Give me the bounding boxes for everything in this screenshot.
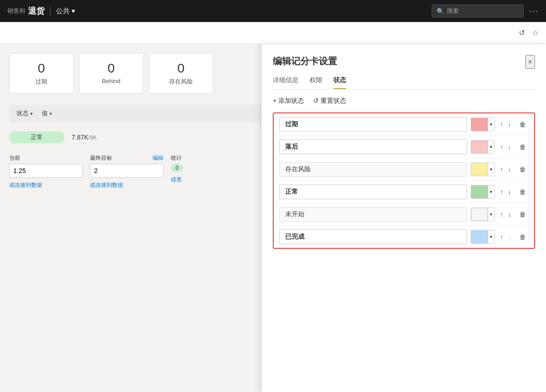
up-button-normal[interactable]: ↑ xyxy=(498,188,505,196)
panel-close-button[interactable]: × xyxy=(525,55,535,69)
topbar-title: 退货 xyxy=(28,6,45,17)
value-filter-button[interactable]: 值 ▾ xyxy=(42,109,52,118)
order-btns-overdue: ↑ ↓ xyxy=(498,120,513,129)
stat-card-behind: 0 Behind xyxy=(79,53,143,94)
color-caret-completed[interactable]: ▾ xyxy=(488,230,494,243)
topbar-right: 🔍 搜索 ··· xyxy=(432,5,539,17)
status-item-behind: 落后 ▾ ↑ ↓ 🗑 xyxy=(274,136,534,158)
more-button[interactable]: ··· xyxy=(529,6,539,16)
status-name-completed[interactable]: 已完成 xyxy=(279,230,467,244)
stat-card-behind-value: 0 xyxy=(90,61,132,76)
search-box[interactable]: 🔍 搜索 xyxy=(432,5,523,17)
color-picker-atrisk[interactable]: ▾ xyxy=(471,162,495,176)
tab-permissions[interactable]: 权限 xyxy=(310,76,322,89)
connect-data-link-2[interactable]: 或连接到数据 xyxy=(90,181,163,189)
color-swatch-behind[interactable] xyxy=(471,140,488,153)
delete-button-notstarted[interactable]: 🗑 xyxy=(517,210,529,219)
down-button-behind[interactable]: ↓ xyxy=(506,143,513,151)
color-swatch-completed[interactable] xyxy=(471,230,488,243)
up-button-overdue[interactable]: ↑ xyxy=(498,120,505,129)
color-swatch-atrisk[interactable] xyxy=(471,163,488,176)
reset-status-button[interactable]: ↺ 重置状态 xyxy=(313,97,346,105)
delete-button-atrisk[interactable]: 🗑 xyxy=(517,165,529,174)
down-button-completed: ↓ xyxy=(506,233,513,241)
subheader: ↺ ☆ xyxy=(0,22,546,44)
down-button-atrisk[interactable]: ↓ xyxy=(506,165,513,174)
progress-bar: 正常 xyxy=(9,131,64,143)
current-input[interactable] xyxy=(9,164,83,178)
status-name-notstarted[interactable]: 未开始 xyxy=(279,207,467,222)
color-swatch-notstarted[interactable] xyxy=(471,208,488,221)
color-picker-behind[interactable]: ▾ xyxy=(471,140,495,154)
color-caret-overdue[interactable]: ▾ xyxy=(488,118,494,131)
topbar-subtitle[interactable]: 公共 ▾ xyxy=(56,7,75,16)
stat-card-atrisk: 0 存在风险 xyxy=(149,53,213,94)
order-btns-completed: ↑ ↓ xyxy=(498,233,513,241)
target-label: 最终目标 编辑 xyxy=(90,154,163,162)
data-value-number: 7.87K xyxy=(72,134,89,141)
color-caret-behind[interactable]: ▾ xyxy=(488,140,494,153)
status-filter-button[interactable]: 状态 ▾ xyxy=(17,109,33,118)
tab-details[interactable]: 详细信息 xyxy=(273,76,298,89)
delete-button-completed[interactable]: 🗑 xyxy=(517,232,529,241)
color-caret-atrisk[interactable]: ▾ xyxy=(488,163,494,176)
tab-status[interactable]: 状态 xyxy=(333,76,346,89)
status-name-behind[interactable]: 落后 xyxy=(279,140,467,154)
color-caret-notstarted[interactable]: ▾ xyxy=(488,208,494,221)
add-status-label: + 添加状态 xyxy=(273,97,304,105)
order-btns-atrisk: ↑ ↓ xyxy=(498,165,513,174)
stat-card-overdue-label: 过期 xyxy=(21,78,62,86)
order-btns-normal: ↑ ↓ xyxy=(498,188,513,196)
stat-link[interactable]: 或查 xyxy=(171,176,183,184)
search-placeholder: 搜索 xyxy=(447,7,459,15)
color-picker-normal[interactable]: ▾ xyxy=(471,185,495,199)
topbar-divider: | xyxy=(49,6,51,17)
status-name-normal[interactable]: 正常 xyxy=(279,185,467,199)
status-item-atrisk: 存在风险 ▾ ↑ ↓ 🗑 xyxy=(274,158,534,181)
refresh-icon[interactable]: ↺ xyxy=(519,28,525,37)
status-item-normal: 正常 ▾ ↑ ↓ 🗑 xyxy=(274,181,534,203)
progress-label: 正常 xyxy=(31,134,43,140)
target-input-group: 最终目标 编辑 或连接到数据 xyxy=(90,154,163,189)
target-input[interactable] xyxy=(90,164,163,178)
action-row: + 添加状态 ↺ 重置状态 xyxy=(273,97,535,105)
stat-group: 统计 0 或查 xyxy=(171,154,183,184)
current-label: 当前 xyxy=(9,154,83,162)
up-button-behind[interactable]: ↑ xyxy=(498,143,505,151)
status-name-atrisk[interactable]: 存在风险 xyxy=(279,162,467,177)
color-picker-notstarted[interactable]: ▾ xyxy=(471,207,495,221)
color-caret-normal[interactable]: ▾ xyxy=(488,185,494,198)
search-icon: 🔍 xyxy=(437,8,444,15)
color-picker-completed[interactable]: ▾ xyxy=(471,230,495,244)
delete-button-normal[interactable]: 🗑 xyxy=(517,187,529,196)
down-button-overdue[interactable]: ↓ xyxy=(506,120,513,129)
down-button-notstarted[interactable]: ↓ xyxy=(506,210,513,218)
up-button-notstarted[interactable]: ↑ xyxy=(498,210,505,218)
up-button-atrisk[interactable]: ↑ xyxy=(498,165,505,174)
down-button-normal[interactable]: ↓ xyxy=(506,188,513,196)
star-icon[interactable]: ☆ xyxy=(532,28,539,37)
panel-tabs: 详细信息 权限 状态 xyxy=(273,76,535,90)
edit-link[interactable]: 编辑 xyxy=(152,154,163,162)
stat-label-text: 统计 xyxy=(171,154,183,162)
status-name-overdue[interactable]: 过期 xyxy=(279,117,467,132)
status-chevron-icon: ▾ xyxy=(30,111,33,116)
add-status-button[interactable]: + 添加状态 xyxy=(273,97,304,105)
subtitle-chevron-icon: ▾ xyxy=(72,7,75,15)
delete-button-overdue[interactable]: 🗑 xyxy=(517,120,529,129)
color-picker-overdue[interactable]: ▾ xyxy=(471,118,495,131)
topbar: 销售和 退货 | 公共 ▾ 🔍 搜索 ··· xyxy=(0,0,546,22)
status-item-notstarted: 未开始 ▾ ↑ ↓ 🗑 xyxy=(274,203,534,226)
data-value-unit: /9K xyxy=(89,134,97,141)
stat-card-behind-label: Behind xyxy=(90,78,132,84)
delete-button-behind[interactable]: 🗑 xyxy=(517,142,529,151)
status-list: 过期 ▾ ↑ ↓ 🗑 落后 ▾ ↑ xyxy=(273,112,535,249)
panel-header: 编辑记分卡设置 × xyxy=(273,55,535,69)
color-swatch-overdue[interactable] xyxy=(471,118,488,131)
color-swatch-normal[interactable] xyxy=(471,185,488,198)
status-item-overdue: 过期 ▾ ↑ ↓ 🗑 xyxy=(274,113,534,136)
panel-title: 编辑记分卡设置 xyxy=(273,55,337,67)
connect-data-link-1[interactable]: 或连接到数据 xyxy=(9,181,83,189)
up-button-completed[interactable]: ↑ xyxy=(498,233,505,241)
stat-card-atrisk-label: 存在风险 xyxy=(160,78,202,86)
